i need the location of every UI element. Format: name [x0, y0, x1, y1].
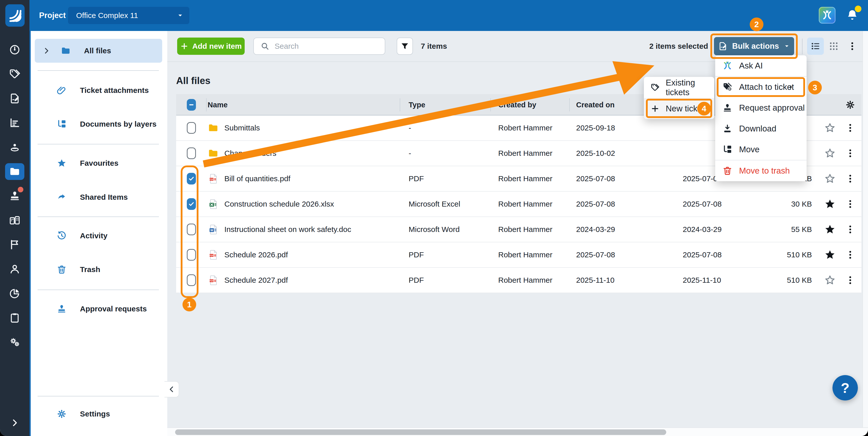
- horizontal-scrollbar-thumb[interactable]: [175, 429, 666, 435]
- vertical-scrollbar-track[interactable]: [862, 31, 868, 427]
- file-name-cell[interactable]: Submittals: [207, 122, 400, 133]
- primary-nav-rail: [0, 0, 29, 436]
- rail-item-files[interactable]: [0, 159, 29, 184]
- sidebar-item-ticket-attachments[interactable]: Ticket attachments: [35, 77, 162, 103]
- chevron-right-icon[interactable]: [42, 47, 51, 55]
- rail-item-locations[interactable]: [0, 135, 29, 159]
- column-settings-gear-icon[interactable]: [845, 100, 855, 110]
- step-badge-1: 1: [183, 298, 196, 311]
- rail-item-tasks[interactable]: [0, 306, 29, 330]
- favourite-star-button[interactable]: [824, 249, 836, 261]
- pdf-icon: PDF: [208, 249, 219, 260]
- gantt-icon: [9, 117, 21, 129]
- filter-button[interactable]: [397, 37, 413, 55]
- sidebar-item-shared-items[interactable]: Shared Items: [35, 185, 162, 210]
- favourite-star-button[interactable]: [824, 122, 836, 134]
- row-checkbox[interactable]: [187, 274, 196, 286]
- created-on: 2024-03-29: [570, 225, 676, 234]
- svg-text:PDF: PDF: [210, 254, 214, 256]
- column-header-name[interactable]: Name: [207, 94, 400, 116]
- sidebar-item-settings[interactable]: Settings: [35, 401, 162, 427]
- menu-item-download[interactable]: Download: [715, 118, 807, 139]
- file-name-cell[interactable]: PDFSchedule 2027.pdf: [207, 275, 400, 286]
- expand-rail-button[interactable]: [0, 415, 29, 431]
- row-checkbox[interactable]: [187, 224, 196, 235]
- file-name: Submittals: [224, 124, 260, 132]
- file-name-cell[interactable]: PDFSchedule 2026.pdf: [207, 249, 400, 260]
- sidebar-item-trash[interactable]: Trash: [35, 257, 162, 282]
- row-checkbox[interactable]: [187, 122, 196, 134]
- row-checkbox[interactable]: [187, 173, 196, 185]
- rail-item-approvals[interactable]: [0, 184, 29, 208]
- row-overflow-menu[interactable]: [845, 148, 856, 159]
- add-new-item-button[interactable]: Add new item: [177, 37, 245, 55]
- menu-item-request-approval[interactable]: Request approval: [715, 97, 807, 118]
- rail-item-tags[interactable]: [0, 62, 29, 86]
- bulk-actions-button[interactable]: Bulk actions: [714, 37, 794, 55]
- favourite-star-button[interactable]: [824, 224, 836, 235]
- help-button[interactable]: ?: [833, 375, 858, 401]
- row-checkbox[interactable]: [187, 198, 196, 210]
- favourite-star-button[interactable]: [824, 198, 836, 210]
- file-name-cell[interactable]: Change Orders: [207, 148, 400, 159]
- rail-item-people[interactable]: [0, 257, 29, 281]
- row-overflow-menu[interactable]: [845, 224, 856, 235]
- list-view-toggle[interactable]: [807, 37, 824, 55]
- menu-item-move[interactable]: Move: [715, 139, 807, 160]
- star-filled-icon: [824, 224, 836, 235]
- sidebar-item-all-files[interactable]: All files: [35, 39, 162, 63]
- row-overflow-menu[interactable]: [845, 275, 856, 285]
- sidebar-item-documents-by-layers[interactable]: Documents by layers: [35, 112, 162, 137]
- row-overflow-menu[interactable]: [845, 249, 856, 260]
- rail-item-forms[interactable]: [0, 86, 29, 111]
- search-input[interactable]: [274, 42, 385, 51]
- rail-item-dashboard[interactable]: [0, 37, 29, 62]
- toolbar-overflow-menu[interactable]: [846, 37, 859, 55]
- app-logo[interactable]: [5, 4, 25, 27]
- notification-dot: [18, 187, 23, 192]
- file-name-cell[interactable]: WInstructional sheet on work safety.doc: [207, 224, 400, 235]
- ai-grad-icon: [722, 61, 733, 71]
- submenu-item-new-ticket[interactable]: New ticket: [644, 98, 714, 119]
- file-size: 510 KB: [787, 250, 821, 259]
- submenu-item-existing-tickets[interactable]: Existing tickets: [644, 77, 714, 98]
- row-overflow-menu[interactable]: [845, 123, 856, 133]
- row-overflow-menu[interactable]: [845, 173, 856, 184]
- column-header-type[interactable]: Type: [400, 94, 491, 116]
- plus-icon: [650, 104, 660, 113]
- sidebar-item-activity[interactable]: Activity: [35, 223, 162, 248]
- rail-item-reports[interactable]: [0, 281, 29, 306]
- collapse-sidebar-button[interactable]: [164, 381, 179, 398]
- file-name-cell[interactable]: Construction schedule 2026.xlsx: [207, 198, 400, 210]
- rail-item-assets[interactable]: [0, 208, 29, 232]
- rail-item-flags[interactable]: [0, 232, 29, 257]
- favourite-star-button[interactable]: [824, 173, 836, 185]
- sidebar-item-favourites[interactable]: Favourites: [35, 151, 162, 176]
- column-header-created-by[interactable]: Created by: [491, 94, 570, 116]
- star-outline-icon: [824, 148, 836, 159]
- menu-item-move-to-trash[interactable]: Move to trash: [715, 160, 807, 181]
- ai-assistant-button[interactable]: [819, 7, 836, 24]
- check-icon: [188, 175, 195, 182]
- favourite-star-button[interactable]: [824, 274, 836, 286]
- favourite-star-button[interactable]: [824, 148, 836, 159]
- row-checkbox[interactable]: [187, 148, 196, 159]
- notifications-button[interactable]: [845, 8, 860, 23]
- created-by: Robert Hammer: [491, 174, 570, 183]
- app-window: Project Office Complex 11 All filesTicke…: [0, 0, 868, 436]
- select-all-checkbox[interactable]: [187, 99, 196, 111]
- row-checkbox[interactable]: [187, 249, 196, 261]
- sidebar-item-label: Favourites: [80, 159, 119, 167]
- created-by: Robert Hammer: [491, 200, 570, 208]
- project-selector[interactable]: Office Complex 11: [68, 7, 189, 24]
- rail-item-schedule[interactable]: [0, 111, 29, 135]
- row-overflow-menu[interactable]: [845, 199, 856, 209]
- file-type: PDF: [400, 174, 491, 183]
- menu-item-ask-ai[interactable]: Ask AI: [715, 55, 807, 76]
- modified-on: 2025-11-10: [676, 276, 783, 284]
- rail-item-automations[interactable]: [0, 330, 29, 354]
- grid-view-toggle[interactable]: [825, 37, 842, 55]
- file-name-cell[interactable]: PDFBill of quantities.pdf: [207, 173, 400, 184]
- sidebar-item-approval-requests[interactable]: Approval requests: [35, 296, 162, 321]
- menu-item-attach-to-ticket[interactable]: Attach to ticket: [715, 76, 807, 97]
